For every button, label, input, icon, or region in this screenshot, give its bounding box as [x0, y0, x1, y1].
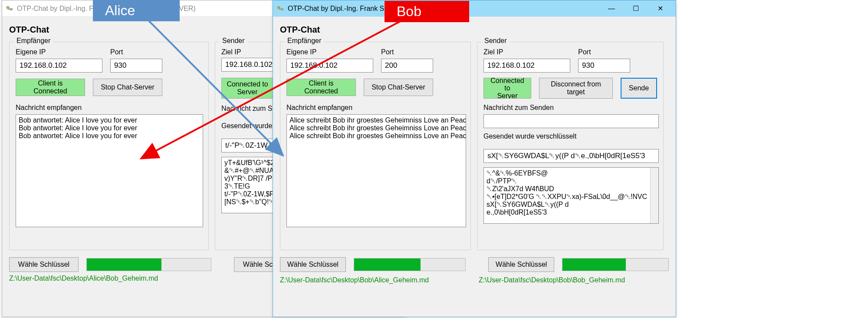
send-label: Nachricht zum Senden [483, 104, 657, 112]
window-controls: — ☐ ✕ [599, 0, 672, 17]
port-input[interactable] [381, 59, 433, 73]
title-bar-bob[interactable]: OTP-Chat by Dipl.-Ing. Frank Schmidt (Pr… [273, 0, 676, 17]
own-ip-input[interactable] [286, 59, 373, 73]
encrypted-current-input[interactable] [483, 149, 659, 163]
stop-server-button[interactable]: Stop Chat-Server [93, 79, 162, 96]
sender-legend: Sender [482, 37, 510, 45]
close-button[interactable]: ✕ [648, 0, 672, 17]
key-path-right: Z:\User-Data\fsc\Desktop\Bob\Bob_Geheim.… [479, 276, 625, 284]
own-ip-label: Eigene IP [286, 48, 373, 56]
key-path-left: Z:\User-Data\fsc\Desktop\Bob\Alice_Gehei… [280, 276, 471, 284]
received-textarea[interactable] [286, 114, 466, 227]
annotation-bob-label: Bob [385, 1, 469, 22]
maximize-button[interactable]: ☐ [624, 0, 648, 17]
progress-bar-left [354, 258, 466, 271]
sender-group-bob: Sender Ziel IP Port Connected to Server … [477, 42, 664, 250]
port-label: Port [110, 48, 162, 56]
client-connected-button[interactable]: Client is Connected [286, 79, 356, 96]
stop-server-button[interactable]: Stop Chat-Server [364, 79, 433, 96]
progress-bar-left [86, 258, 211, 271]
minimize-button[interactable]: — [599, 0, 624, 17]
own-ip-label: Eigene IP [16, 48, 102, 56]
connected-to-server-button[interactable]: Connected to Server [483, 78, 531, 99]
receiver-legend: Empfänger [14, 37, 53, 45]
progress-bar-right [562, 258, 669, 271]
key-icon [276, 5, 284, 13]
send-button[interactable]: Sende [621, 78, 657, 99]
received-label: Nachricht empfangen [286, 104, 464, 112]
connected-to-server-button[interactable]: Connected to Server [221, 78, 273, 99]
choose-key-button-right[interactable]: Wähle Schlüssel [488, 257, 554, 272]
key-icon [6, 5, 13, 13]
sender-port-label: Port [578, 48, 630, 56]
target-ip-label: Ziel IP [483, 48, 570, 56]
app-title: OTP-Chat [280, 25, 669, 35]
send-input[interactable] [483, 114, 659, 128]
own-ip-input[interactable] [16, 59, 102, 73]
receiver-group-alice: Empfänger Eigene IP Port Client is Conne… [9, 42, 209, 250]
sender-legend: Sender [220, 37, 247, 45]
port-input[interactable] [110, 59, 162, 73]
received-label: Nachricht empfangen [16, 104, 202, 112]
receiver-legend: Empfänger [285, 37, 324, 45]
disconnect-button[interactable]: Disconnect from target [539, 78, 613, 99]
receiver-group-bob: Empfänger Eigene IP Port Client is Conne… [280, 42, 471, 250]
choose-key-button-left[interactable]: Wähle Schlüssel [280, 257, 346, 272]
encrypted-history-box[interactable]: ␡^&␡%-6EYBFS@ d␡/PTP␡ ␡Z\2'aJX7d W4f\BUD… [483, 167, 659, 224]
encrypted-sent-label: Gesendet wurde verschlüsselt [483, 132, 657, 140]
sender-port-input[interactable] [578, 59, 630, 73]
window-bob: OTP-Chat by Dipl.-Ing. Frank Schmidt (Pr… [273, 0, 676, 317]
annotation-alice-label: Alice [93, 0, 180, 21]
target-ip-input[interactable] [483, 59, 570, 73]
choose-key-button-left[interactable]: Wähle Schlüssel [9, 257, 79, 272]
client-connected-button[interactable]: Client is Connected [16, 79, 85, 96]
port-label: Port [381, 48, 433, 56]
received-textarea[interactable] [16, 114, 203, 227]
